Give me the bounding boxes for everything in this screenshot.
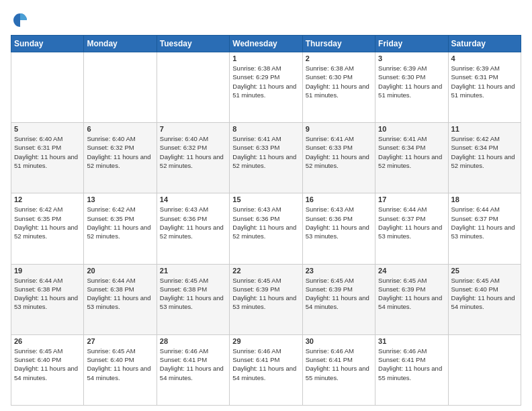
calendar-day-cell: 11Sunrise: 6:42 AMSunset: 6:34 PMDayligh… (448, 123, 521, 193)
calendar-day-cell (84, 52, 157, 123)
calendar-day-cell: 16Sunrise: 6:43 AMSunset: 6:36 PMDayligh… (302, 193, 375, 264)
calendar-week-row: 26Sunrise: 6:45 AMSunset: 6:40 PMDayligh… (11, 334, 521, 405)
day-number: 31 (378, 337, 445, 345)
day-number: 25 (451, 267, 518, 275)
day-number: 10 (378, 125, 445, 133)
calendar-day-cell: 18Sunrise: 6:44 AMSunset: 6:37 PMDayligh… (448, 193, 521, 264)
day-info: Sunrise: 6:39 AMSunset: 6:31 PMDaylight:… (451, 64, 518, 99)
calendar-day-cell: 31Sunrise: 6:46 AMSunset: 6:41 PMDayligh… (375, 334, 448, 405)
day-number: 22 (232, 267, 299, 275)
day-info: Sunrise: 6:46 AMSunset: 6:41 PMDaylight:… (160, 347, 226, 382)
day-number: 23 (306, 267, 372, 275)
calendar-day-cell: 24Sunrise: 6:45 AMSunset: 6:39 PMDayligh… (375, 264, 448, 334)
day-info: Sunrise: 6:40 AMSunset: 6:32 PMDaylight:… (160, 134, 226, 170)
calendar-day-cell: 14Sunrise: 6:43 AMSunset: 6:36 PMDayligh… (157, 193, 229, 264)
weekday-header-cell: Saturday (448, 36, 521, 52)
logo (11, 11, 31, 30)
page: SundayMondayTuesdayWednesdayThursdayFrid… (0, 0, 532, 411)
day-info: Sunrise: 6:38 AMSunset: 6:30 PMDaylight:… (306, 64, 372, 99)
day-number: 19 (14, 267, 81, 275)
day-info: Sunrise: 6:42 AMSunset: 6:35 PMDaylight:… (87, 205, 153, 240)
day-info: Sunrise: 6:45 AMSunset: 6:39 PMDaylight:… (232, 276, 299, 312)
day-info: Sunrise: 6:44 AMSunset: 6:38 PMDaylight:… (87, 276, 153, 312)
calendar-week-row: 12Sunrise: 6:42 AMSunset: 6:35 PMDayligh… (11, 193, 521, 264)
calendar-day-cell: 8Sunrise: 6:41 AMSunset: 6:33 PMDaylight… (230, 123, 302, 193)
day-number: 28 (160, 337, 226, 345)
day-number: 16 (306, 195, 372, 203)
day-info: Sunrise: 6:41 AMSunset: 6:34 PMDaylight:… (378, 134, 445, 170)
day-number: 4 (451, 54, 518, 62)
calendar-week-row: 5Sunrise: 6:40 AMSunset: 6:31 PMDaylight… (11, 123, 521, 193)
day-number: 1 (232, 54, 299, 62)
day-info: Sunrise: 6:44 AMSunset: 6:38 PMDaylight:… (14, 276, 81, 312)
day-number: 20 (87, 267, 153, 275)
weekday-header-cell: Tuesday (157, 36, 229, 52)
weekday-header-cell: Monday (84, 36, 157, 52)
day-info: Sunrise: 6:44 AMSunset: 6:37 PMDaylight:… (451, 205, 518, 240)
weekday-header-cell: Friday (375, 36, 448, 52)
day-info: Sunrise: 6:45 AMSunset: 6:40 PMDaylight:… (87, 347, 153, 382)
calendar-day-cell: 17Sunrise: 6:44 AMSunset: 6:37 PMDayligh… (375, 193, 448, 264)
weekday-header-cell: Wednesday (230, 36, 302, 52)
calendar-day-cell: 25Sunrise: 6:45 AMSunset: 6:40 PMDayligh… (448, 264, 521, 334)
calendar-day-cell: 1Sunrise: 6:38 AMSunset: 6:29 PMDaylight… (230, 52, 302, 123)
calendar-day-cell (11, 52, 84, 123)
calendar-day-cell: 12Sunrise: 6:42 AMSunset: 6:35 PMDayligh… (11, 193, 84, 264)
day-info: Sunrise: 6:44 AMSunset: 6:37 PMDaylight:… (378, 205, 445, 240)
day-number: 9 (306, 125, 372, 133)
calendar-day-cell: 28Sunrise: 6:46 AMSunset: 6:41 PMDayligh… (157, 334, 229, 405)
day-number: 8 (232, 125, 299, 133)
day-info: Sunrise: 6:45 AMSunset: 6:38 PMDaylight:… (160, 276, 226, 312)
day-info: Sunrise: 6:43 AMSunset: 6:36 PMDaylight:… (232, 205, 299, 240)
day-number: 29 (232, 337, 299, 345)
calendar-day-cell: 22Sunrise: 6:45 AMSunset: 6:39 PMDayligh… (230, 264, 302, 334)
day-info: Sunrise: 6:39 AMSunset: 6:30 PMDaylight:… (378, 64, 445, 99)
day-info: Sunrise: 6:46 AMSunset: 6:41 PMDaylight:… (232, 347, 299, 382)
calendar-day-cell: 3Sunrise: 6:39 AMSunset: 6:30 PMDaylight… (375, 52, 448, 123)
calendar-day-cell: 13Sunrise: 6:42 AMSunset: 6:35 PMDayligh… (84, 193, 157, 264)
calendar-day-cell: 30Sunrise: 6:46 AMSunset: 6:41 PMDayligh… (302, 334, 375, 405)
day-number: 18 (451, 195, 518, 203)
day-info: Sunrise: 6:46 AMSunset: 6:41 PMDaylight:… (306, 347, 372, 382)
calendar-day-cell: 9Sunrise: 6:41 AMSunset: 6:33 PMDaylight… (302, 123, 375, 193)
day-number: 30 (306, 337, 372, 345)
day-info: Sunrise: 6:43 AMSunset: 6:36 PMDaylight:… (160, 205, 226, 240)
weekday-header-cell: Sunday (11, 36, 84, 52)
calendar-week-row: 19Sunrise: 6:44 AMSunset: 6:38 PMDayligh… (11, 264, 521, 334)
calendar-day-cell (448, 334, 521, 405)
day-number: 11 (451, 125, 518, 133)
day-number: 27 (87, 337, 153, 345)
calendar-day-cell: 19Sunrise: 6:44 AMSunset: 6:38 PMDayligh… (11, 264, 84, 334)
day-number: 2 (306, 54, 372, 62)
calendar-table: SundayMondayTuesdayWednesdayThursdayFrid… (11, 35, 521, 406)
day-number: 24 (378, 267, 445, 275)
weekday-header-row: SundayMondayTuesdayWednesdayThursdayFrid… (11, 36, 521, 52)
day-info: Sunrise: 6:46 AMSunset: 6:41 PMDaylight:… (378, 347, 445, 382)
day-info: Sunrise: 6:43 AMSunset: 6:36 PMDaylight:… (306, 205, 372, 240)
calendar-day-cell: 27Sunrise: 6:45 AMSunset: 6:40 PMDayligh… (84, 334, 157, 405)
calendar-week-row: 1Sunrise: 6:38 AMSunset: 6:29 PMDaylight… (11, 52, 521, 123)
day-number: 15 (232, 195, 299, 203)
day-info: Sunrise: 6:41 AMSunset: 6:33 PMDaylight:… (232, 134, 299, 170)
header (11, 11, 521, 30)
calendar-day-cell: 29Sunrise: 6:46 AMSunset: 6:41 PMDayligh… (230, 334, 302, 405)
calendar-day-cell: 10Sunrise: 6:41 AMSunset: 6:34 PMDayligh… (375, 123, 448, 193)
day-info: Sunrise: 6:42 AMSunset: 6:35 PMDaylight:… (14, 205, 81, 240)
calendar-day-cell: 23Sunrise: 6:45 AMSunset: 6:39 PMDayligh… (302, 264, 375, 334)
logo-icon (11, 11, 30, 30)
calendar-day-cell: 2Sunrise: 6:38 AMSunset: 6:30 PMDaylight… (302, 52, 375, 123)
day-info: Sunrise: 6:38 AMSunset: 6:29 PMDaylight:… (232, 64, 299, 99)
calendar-day-cell: 7Sunrise: 6:40 AMSunset: 6:32 PMDaylight… (157, 123, 229, 193)
day-number: 13 (87, 195, 153, 203)
day-info: Sunrise: 6:40 AMSunset: 6:32 PMDaylight:… (87, 134, 153, 170)
day-info: Sunrise: 6:42 AMSunset: 6:34 PMDaylight:… (451, 134, 518, 170)
day-number: 5 (14, 125, 81, 133)
day-info: Sunrise: 6:45 AMSunset: 6:40 PMDaylight:… (14, 347, 81, 382)
calendar-day-cell: 4Sunrise: 6:39 AMSunset: 6:31 PMDaylight… (448, 52, 521, 123)
day-info: Sunrise: 6:41 AMSunset: 6:33 PMDaylight:… (306, 134, 372, 170)
calendar-day-cell: 5Sunrise: 6:40 AMSunset: 6:31 PMDaylight… (11, 123, 84, 193)
day-number: 12 (14, 195, 81, 203)
day-number: 7 (160, 125, 226, 133)
day-info: Sunrise: 6:45 AMSunset: 6:40 PMDaylight:… (451, 276, 518, 312)
day-number: 3 (378, 54, 445, 62)
